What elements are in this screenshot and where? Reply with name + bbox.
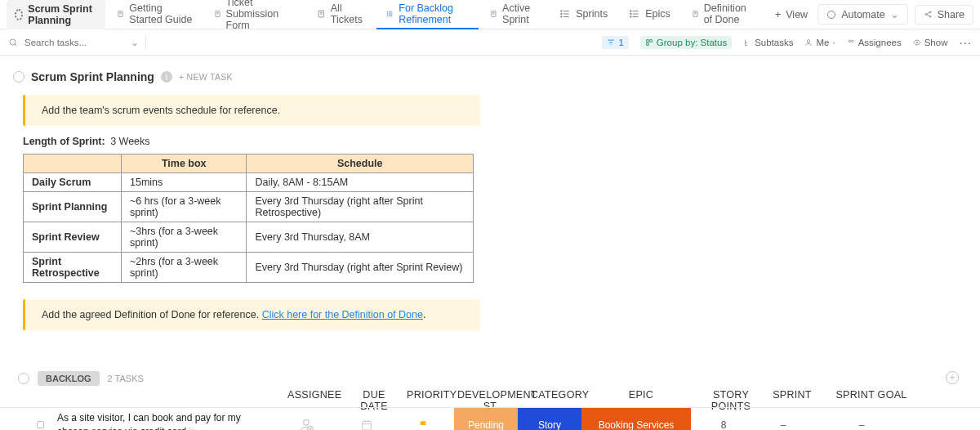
cell-assignee[interactable] xyxy=(286,408,327,430)
svg-point-8 xyxy=(561,13,562,14)
more-menu[interactable]: ··· xyxy=(959,35,972,49)
cell-dev-status[interactable]: Pending xyxy=(454,408,518,430)
info-icon[interactable]: i xyxy=(161,71,172,83)
col-priority[interactable]: PRIORITY xyxy=(407,389,456,401)
svg-point-22 xyxy=(808,39,810,42)
col-epic[interactable]: EPIC xyxy=(588,389,694,401)
col-sprint[interactable]: SPRINT xyxy=(768,389,817,401)
event-timebox: ~6 hrs (for a 3-week sprint) xyxy=(122,192,247,222)
divider xyxy=(145,35,146,50)
svg-point-3 xyxy=(387,11,388,12)
workspace-icon xyxy=(15,9,23,20)
add-view-button[interactable]: + View xyxy=(767,6,816,24)
tab-definition-of-done[interactable]: Definition of Done xyxy=(682,0,765,29)
tab-label: All Tickets xyxy=(331,2,366,25)
tab-label: Definition of Done xyxy=(704,2,755,25)
add-column-button[interactable]: + xyxy=(946,371,959,384)
tab-getting-started-guide[interactable]: Getting Started Guide xyxy=(107,0,202,29)
svg-point-25 xyxy=(916,42,918,43)
share-icon xyxy=(924,10,933,19)
svg-point-4 xyxy=(387,13,388,14)
svg-point-10 xyxy=(630,10,631,11)
row-checkbox[interactable] xyxy=(37,421,44,428)
group-by-badge[interactable]: Group by: Status xyxy=(640,36,732,49)
table-row: Sprint Planning~6 hrs (for a 3-week spri… xyxy=(24,192,474,222)
task-count: 2 TASKS xyxy=(108,374,144,383)
flag-icon xyxy=(418,419,430,430)
sprint-length-label: Length of Sprint: xyxy=(23,136,105,147)
cell-goal[interactable]: – xyxy=(841,408,882,430)
task-row[interactable]: As a site visitor, I can book and pay fo… xyxy=(0,407,980,430)
tab-label: Epics xyxy=(645,8,670,20)
share-button[interactable]: Share xyxy=(915,5,973,25)
banner-text: Add the team's scrum events schedule for… xyxy=(42,105,280,116)
group-chip[interactable]: BACKLOG xyxy=(38,371,100,386)
svg-point-17 xyxy=(929,16,931,17)
cell-category[interactable]: Story xyxy=(518,408,581,430)
svg-point-11 xyxy=(630,13,631,14)
show-label: Show xyxy=(924,38,948,47)
automate-label: Automate xyxy=(841,9,885,20)
group-collapse-icon[interactable] xyxy=(18,373,29,384)
event-name: Sprint Retrospective xyxy=(24,253,122,283)
me-filter[interactable]: Me · xyxy=(804,38,835,47)
dod-link[interactable]: Click here for the Definition of Done xyxy=(262,309,423,320)
cell-due-date[interactable] xyxy=(346,408,387,430)
me-label: Me xyxy=(816,38,829,47)
tab-epics[interactable]: Epics xyxy=(619,0,680,29)
status-circle-icon[interactable] xyxy=(13,71,24,83)
top-nav: Scrum Sprint Planning Getting Started Gu… xyxy=(0,0,980,29)
automate-button[interactable]: Automate ⌄ xyxy=(817,4,908,25)
cell-priority[interactable] xyxy=(403,408,444,430)
svg-point-15 xyxy=(924,14,926,16)
tab-ticket-submission-form[interactable]: Ticket Submission Form xyxy=(204,0,306,29)
task-title[interactable]: As a site visitor, I can book and pay fo… xyxy=(57,411,265,430)
table-row: Daily Scrum15minsDaily, 8AM - 8:15AM xyxy=(24,173,474,192)
svg-point-16 xyxy=(929,11,931,13)
search-input[interactable] xyxy=(23,37,105,48)
search-box[interactable]: ⌄ xyxy=(8,37,139,48)
assignees-label: Assignees xyxy=(858,38,902,47)
event-schedule: Daily, 8AM - 8:15AM xyxy=(247,173,474,192)
svg-point-24 xyxy=(851,40,853,43)
tab-label: Sprints xyxy=(576,8,608,20)
event-timebox: ~2hrs (for a 3-week sprint) xyxy=(122,253,247,283)
col-category[interactable]: CATEGORY xyxy=(531,389,588,401)
tab-all-tickets[interactable]: All Tickets xyxy=(307,0,375,29)
col-timebox: Time box xyxy=(122,155,247,173)
cell-points[interactable]: 8 xyxy=(699,408,748,430)
subtask-icon xyxy=(743,38,751,47)
group-by-label: Group by: Status xyxy=(657,38,727,47)
cell-epic[interactable]: Booking Services xyxy=(581,408,691,430)
event-name: Sprint Planning xyxy=(24,192,122,222)
cell-sprint[interactable]: – xyxy=(763,408,804,430)
new-task-button[interactable]: + NEW TASK xyxy=(179,72,233,82)
dod-banner: Add the agreed Definition of Done for re… xyxy=(23,299,480,330)
tab-for-backlog-refinement[interactable]: For Backlog Refinement xyxy=(376,0,479,29)
event-schedule: Every 3rd Thursday (right after Sprint R… xyxy=(247,192,474,222)
svg-point-23 xyxy=(849,40,851,43)
assignees-filter[interactable]: Assignees xyxy=(847,38,902,47)
filter-count: 1 xyxy=(618,38,623,47)
col-goal[interactable]: SPRINT GOAL xyxy=(835,389,908,401)
tab-sprints[interactable]: Sprints xyxy=(550,0,617,29)
tab-label: For Backlog Refinement xyxy=(399,2,469,25)
workspace-chip[interactable]: Scrum Sprint Planning xyxy=(7,0,105,29)
svg-rect-19 xyxy=(647,39,649,42)
filter-badge[interactable]: 1 xyxy=(602,36,628,49)
chevron-down-icon[interactable]: ⌄ xyxy=(131,37,139,48)
tab-label: Active Sprint xyxy=(502,2,538,25)
bolt-icon xyxy=(826,10,836,20)
workspace-name: Scrum Sprint Planning xyxy=(28,3,97,26)
person-icon xyxy=(804,38,813,47)
subtasks-toggle[interactable]: Subtasks xyxy=(743,38,793,47)
schedule-banner: Add the team's scrum events schedule for… xyxy=(23,95,480,126)
col-assignee[interactable]: ASSIGNEE xyxy=(287,389,336,401)
tab-active-sprint[interactable]: Active Sprint xyxy=(480,0,548,29)
svg-point-14 xyxy=(828,11,835,18)
svg-point-7 xyxy=(561,10,562,11)
svg-point-18 xyxy=(10,39,16,45)
svg-point-5 xyxy=(387,15,388,16)
banner2-text: Add the agreed Definition of Done for re… xyxy=(42,309,262,320)
show-menu[interactable]: Show xyxy=(913,38,948,47)
